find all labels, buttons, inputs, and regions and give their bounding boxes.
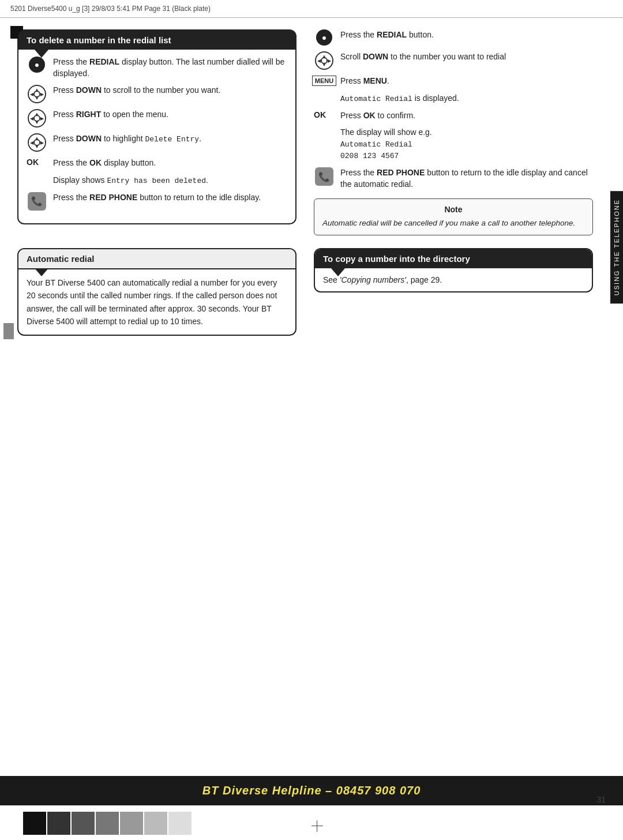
helpline-bar: BT Diverse Helpline – 08457 908 070	[0, 776, 623, 805]
copy-number-title: To copy a number into the directory	[315, 249, 592, 268]
navpad-icon-2: ▼ ▲ ◀ ▶	[28, 109, 46, 127]
navpad-icon-3: ▼ ▲ ◀ ▶	[28, 133, 46, 152]
step-text-r7: Press the RED PHONE button to return to …	[340, 167, 593, 190]
header-text: 5201 Diverse5400 u_g [3] 29/8/03 5:41 PM…	[10, 5, 211, 13]
bottom-two-columns: Automatic redial Your BT Diverse 5400 ca…	[17, 248, 593, 336]
step-text-5: Press the OK display button.	[53, 158, 287, 169]
color-square-6	[144, 812, 167, 835]
arrow-down-r2: ▼	[322, 62, 326, 68]
step-delete-4: ▼ ▲ ◀ ▶ Press DOWN to highlight Delete E…	[27, 133, 287, 152]
step-text-6: Display shows Entry has been deleted.	[53, 175, 287, 186]
arrow-up-2: ▲	[35, 111, 39, 117]
arrow-right-2: ▶	[40, 116, 44, 121]
arrow-left: ◀	[30, 92, 33, 97]
step-delete-6: Display shows Entry has been deleted.	[27, 175, 287, 186]
step-text-1: Press the REDIAL display button. The las…	[53, 57, 287, 79]
step-text-7: Press the RED PHONE button to return to …	[53, 192, 287, 204]
automatic-redial-section: Automatic redial Your BT Diverse 5400 ca…	[17, 248, 297, 336]
step-text-r6: The display will show e.g.Automatic Redi…	[340, 127, 593, 162]
color-square-3	[72, 812, 95, 835]
red-phone-icon-1: 📞	[28, 192, 46, 211]
arrow-left-3: ◀	[30, 140, 33, 145]
right-col: ● Press the REDIAL button. ▼ ▲ ◀ ▶	[314, 29, 593, 235]
side-tab: USING THE TELEPHONE	[610, 191, 623, 303]
step-icon-menu: MENU	[314, 76, 335, 86]
arrow-right-r2: ▶	[328, 58, 331, 63]
step-text-2: Press DOWN to scroll to the number you w…	[53, 85, 287, 96]
step-text-r3: Press MENU.	[340, 76, 593, 87]
step-icon-navpad-3: ▼ ▲ ◀ ▶	[27, 109, 47, 127]
copy-number-box: To copy a number into the directory See …	[314, 248, 593, 292]
bottom-strip	[0, 807, 623, 840]
auto-redial-box: Automatic redial Your BT Diverse 5400 ca…	[17, 248, 297, 336]
step-right-6: The display will show e.g.Automatic Redi…	[314, 127, 593, 162]
delete-section-box: To delete a number in the redial list ● …	[17, 29, 297, 224]
step-icon-redial-1: ●	[27, 57, 47, 73]
step-icon-navpad-4: ▼ ▲ ◀ ▶	[27, 133, 47, 152]
color-square-2	[47, 812, 70, 835]
delete-section: To delete a number in the redial list ● …	[17, 29, 297, 235]
delete-section-body: ● Press the REDIAL display button. The l…	[18, 50, 295, 223]
step-text-r2: Scroll DOWN to the number you want to re…	[340, 51, 593, 63]
arrow-down: ▼	[35, 96, 39, 101]
page-number: 31	[596, 795, 606, 804]
step-delete-5: OK Press the OK display button.	[27, 158, 287, 169]
note-box: Note Automatic redial will be cancelled …	[314, 198, 593, 235]
top-two-columns: To delete a number in the redial list ● …	[17, 29, 593, 235]
note-text: Automatic redial will be cancelled if yo…	[322, 217, 584, 229]
copy-number-section: To copy a number into the directory See …	[314, 248, 593, 336]
auto-redial-title: Automatic redial	[18, 249, 295, 269]
step-delete-7: 📞 Press the RED PHONE button to return t…	[27, 192, 287, 211]
step-right-4: Automatic Redial is displayed.	[314, 93, 593, 104]
step-icon-redphone-1: 📞	[27, 192, 47, 211]
step-right-7: 📞 Press the RED PHONE button to return t…	[314, 167, 593, 190]
copy-number-body: See 'Copying numbers', page 29.	[315, 268, 592, 291]
menu-label-box: MENU	[312, 76, 336, 86]
crosshair-bottom	[312, 820, 323, 832]
navpad-icon: ▼ ▲ ◀ ▶	[28, 85, 46, 103]
color-square-4	[96, 812, 119, 835]
step-icon-navpad-2: ▼ ▲ ◀ ▶	[27, 85, 47, 103]
main-content: To delete a number in the redial list ● …	[0, 29, 610, 835]
step-text-4: Press DOWN to highlight Delete Entry.	[53, 133, 287, 145]
navpad-icon-r2: ▼ ▲ ◀ ▶	[315, 51, 333, 70]
ok-label-r5: OK	[314, 110, 335, 119]
step-text-r1: Press the REDIAL button.	[340, 29, 593, 41]
step-text-r5: Press OK to confirm.	[340, 110, 593, 122]
auto-redial-body: Your BT Diverse 5400 can automatically r…	[18, 269, 295, 335]
step-text-r4: Automatic Redial is displayed.	[340, 93, 593, 104]
ok-label-1: OK	[27, 158, 47, 167]
helpline-text: BT Diverse Helpline – 08457 908 070	[202, 784, 421, 797]
arrow-up-3: ▲	[35, 136, 39, 141]
gray-square-decoration	[3, 323, 14, 339]
red-phone-icon-r7: 📞	[315, 167, 333, 186]
page-header: 5201 Diverse5400 u_g [3] 29/8/03 5:41 PM…	[0, 0, 623, 18]
step-delete-3: ▼ ▲ ◀ ▶ Press RIGHT to open the menu.	[27, 109, 287, 127]
step-right-5: OK Press OK to confirm.	[314, 110, 593, 122]
step-delete-2: ▼ ▲ ◀ ▶ Press DOWN to scroll to the numb…	[27, 85, 287, 103]
color-square-5	[120, 812, 143, 835]
arrow-up: ▲	[35, 87, 39, 92]
delete-section-title: To delete a number in the redial list	[18, 31, 295, 50]
redial-icon-r1: ●	[316, 29, 332, 46]
arrow-left-2: ◀	[30, 116, 33, 121]
arrow-left-r2: ◀	[317, 58, 321, 63]
step-icon-redphone-r7: 📞	[314, 167, 335, 186]
arrow-up-r2: ▲	[322, 54, 326, 59]
color-square-7	[168, 812, 192, 835]
arrow-right-3: ▶	[40, 140, 44, 145]
redial-icon: ●	[29, 57, 45, 73]
color-square-1	[23, 812, 46, 835]
note-title: Note	[322, 205, 584, 214]
step-right-3: MENU Press MENU.	[314, 76, 593, 87]
step-right-2: ▼ ▲ ◀ ▶ Scroll DOWN to the number you wa…	[314, 51, 593, 70]
step-icon-redial-r1: ●	[314, 29, 335, 46]
step-text-3: Press RIGHT to open the menu.	[53, 109, 287, 121]
arrow-down-3: ▼	[35, 144, 39, 149]
arrow-down-2: ▼	[35, 120, 39, 125]
step-icon-navpad-r2: ▼ ▲ ◀ ▶	[314, 51, 335, 70]
arrow-right: ▶	[40, 92, 44, 97]
step-delete-1: ● Press the REDIAL display button. The l…	[27, 57, 287, 79]
step-right-1: ● Press the REDIAL button.	[314, 29, 593, 46]
